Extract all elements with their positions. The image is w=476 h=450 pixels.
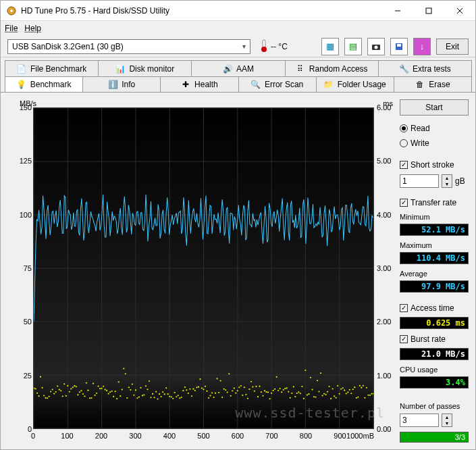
svg-point-194 xyxy=(311,389,313,391)
tab-disk-monitor[interactable]: 📊Disk monitor xyxy=(98,60,192,76)
svg-point-216 xyxy=(349,389,350,391)
svg-point-180 xyxy=(288,391,289,393)
tab-extra-tests[interactable]: 🔧Extra tests xyxy=(378,60,472,76)
svg-point-196 xyxy=(315,397,316,398)
svg-point-214 xyxy=(346,393,347,395)
svg-point-30 xyxy=(34,387,34,389)
monitor-icon: 📊 xyxy=(115,64,125,74)
svg-point-37 xyxy=(45,397,46,399)
svg-point-191 xyxy=(307,395,308,396)
info-icon: ℹ️ xyxy=(108,80,117,89)
save-button[interactable] xyxy=(390,38,408,55)
svg-point-170 xyxy=(271,393,272,394)
svg-point-169 xyxy=(269,398,270,399)
svg-point-62 xyxy=(87,390,88,391)
svg-point-121 xyxy=(188,393,189,394)
svg-point-97 xyxy=(147,389,148,390)
menu-file[interactable]: File xyxy=(5,24,18,33)
svg-point-31 xyxy=(34,388,36,389)
minimize-button[interactable] xyxy=(382,1,413,21)
svg-point-49 xyxy=(65,395,67,397)
access-time-check[interactable]: ✓Access time xyxy=(400,302,469,314)
burst-rate-check[interactable]: ✓Burst rate xyxy=(400,333,469,345)
titlebar: HD Tune Pro 5.75 - Hard Disk/SSD Utility xyxy=(1,1,475,21)
write-radio[interactable]: Write xyxy=(400,137,469,149)
svg-point-218 xyxy=(352,389,354,390)
short-stroke-input[interactable] xyxy=(400,174,439,188)
svg-point-158 xyxy=(250,381,252,382)
thermometer-icon xyxy=(260,39,268,54)
svg-point-207 xyxy=(334,395,335,397)
svg-point-43 xyxy=(55,391,57,393)
close-button[interactable] xyxy=(444,1,475,21)
svg-point-179 xyxy=(286,387,288,389)
svg-point-145 xyxy=(228,373,230,374)
tab-aam[interactable]: 🔊AAM xyxy=(191,60,285,76)
svg-point-34 xyxy=(40,376,41,378)
svg-point-32 xyxy=(36,393,38,394)
minimum-value: 52.1 MB/s xyxy=(400,224,469,236)
svg-point-227 xyxy=(367,395,369,396)
svg-point-140 xyxy=(220,380,221,381)
svg-point-107 xyxy=(164,393,165,395)
svg-point-102 xyxy=(155,391,157,393)
minimum-label: Minimum xyxy=(400,213,469,221)
options-button[interactable]: ↓ xyxy=(413,38,431,55)
transfer-rate-check[interactable]: ✓Transfer rate xyxy=(400,197,469,209)
passes-stepper[interactable]: ▲▼ xyxy=(442,414,452,427)
svg-point-144 xyxy=(227,391,228,393)
svg-point-157 xyxy=(248,389,250,390)
svg-point-72 xyxy=(105,389,106,390)
svg-point-125 xyxy=(194,390,196,391)
tab-benchmark[interactable]: 💡Benchmark xyxy=(5,76,83,92)
passes-input[interactable] xyxy=(400,414,439,427)
svg-point-115 xyxy=(178,395,179,396)
svg-point-77 xyxy=(113,396,114,397)
tab-error-scan[interactable]: 🔍Error Scan xyxy=(238,76,317,92)
svg-point-129 xyxy=(201,387,203,389)
copy-screenshot-button[interactable]: ▤ xyxy=(344,38,362,55)
read-radio[interactable]: Read xyxy=(400,122,469,134)
svg-point-104 xyxy=(159,393,160,395)
tab-info[interactable]: ℹ️Info xyxy=(82,76,161,92)
tab-erase[interactable]: 🗑Erase xyxy=(394,76,472,92)
device-name: USB SanDisk 3.2Gen1 (30 gB) xyxy=(12,42,124,51)
chevron-down-icon: ▾ xyxy=(242,43,246,50)
maximize-button[interactable] xyxy=(413,1,444,21)
svg-point-142 xyxy=(223,389,225,390)
copy-info-button[interactable]: ▦ xyxy=(321,38,339,55)
svg-point-45 xyxy=(59,389,60,391)
device-select[interactable]: USB SanDisk 3.2Gen1 (30 gB) ▾ xyxy=(7,39,250,54)
svg-point-57 xyxy=(79,391,80,393)
svg-point-109 xyxy=(167,393,169,395)
svg-point-174 xyxy=(277,390,279,391)
svg-point-226 xyxy=(366,387,367,389)
trash-icon: 🗑 xyxy=(415,80,425,89)
tab-folder-usage[interactable]: 📁Folder Usage xyxy=(316,76,394,92)
tab-random-access[interactable]: ⠿Random Access xyxy=(285,60,379,76)
tab-health[interactable]: ✚Health xyxy=(160,76,238,92)
short-stroke-check[interactable]: ✓Short stroke xyxy=(400,159,469,171)
svg-point-59 xyxy=(82,393,84,395)
svg-point-40 xyxy=(50,391,51,392)
svg-point-42 xyxy=(53,393,55,395)
start-button[interactable]: Start xyxy=(400,99,469,116)
svg-point-156 xyxy=(247,398,248,399)
svg-point-60 xyxy=(84,395,85,397)
svg-point-82 xyxy=(122,389,123,390)
svg-point-119 xyxy=(184,386,186,388)
short-stroke-stepper[interactable]: ▲▼ xyxy=(442,174,452,188)
tab-file-benchmark[interactable]: 📄File Benchmark xyxy=(5,60,99,76)
svg-point-116 xyxy=(179,397,180,399)
exit-button[interactable]: Exit xyxy=(436,39,469,55)
menu-help[interactable]: Help xyxy=(24,24,41,33)
screenshot-button[interactable] xyxy=(367,38,385,55)
svg-point-176 xyxy=(281,391,282,393)
svg-point-61 xyxy=(86,382,87,384)
svg-point-181 xyxy=(290,397,291,399)
svg-point-175 xyxy=(280,388,281,389)
health-icon: ✚ xyxy=(181,80,190,89)
svg-point-182 xyxy=(291,393,292,394)
y-ticks-left: 0255075100125150 xyxy=(7,107,32,429)
svg-point-222 xyxy=(359,385,361,386)
